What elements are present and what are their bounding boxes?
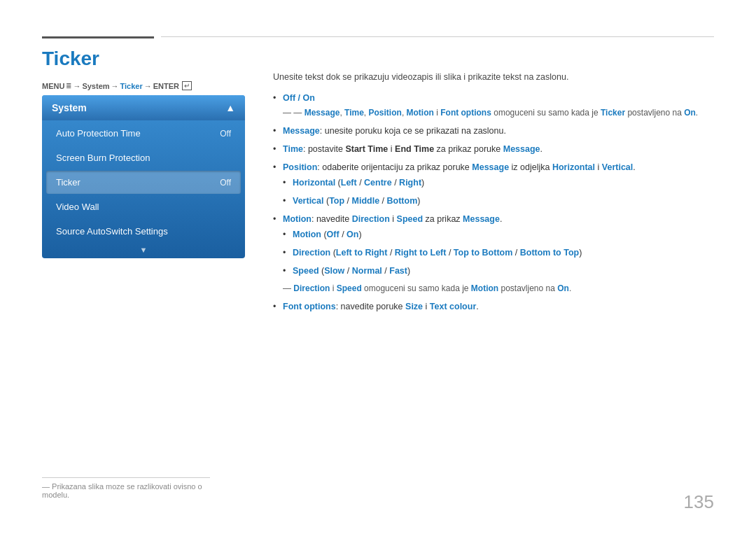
sidebar-header: System ▲	[42, 95, 245, 120]
position-horizontal-item: Horizontal (Left / Centre / Right)	[283, 176, 714, 190]
page-title: Ticker	[42, 48, 99, 70]
d-l2r: Left to Right	[336, 248, 388, 258]
position-vertical-ref: Vertical	[602, 162, 633, 172]
sidebar-menu: System ▲ Auto Protection Time Off Screen…	[42, 95, 245, 258]
motion-direction-ref: Direction	[352, 214, 390, 224]
sidebar-item-value: Off	[220, 129, 231, 139]
list-item-off-on: Off / On — Message, Time, Position, Moti…	[273, 91, 714, 120]
h-right: Right	[399, 178, 421, 188]
list-item-motion: Motion: navedite Direction i Speed za pr…	[273, 212, 714, 295]
content-list: Off / On — Message, Time, Position, Moti…	[273, 91, 714, 314]
sidebar-item-label: Video Wall	[56, 202, 99, 212]
top-line-right	[161, 36, 714, 37]
s-fast: Fast	[389, 266, 407, 276]
motion-note-speed: Speed	[337, 283, 362, 293]
off-on-note: — Message, Time, Position, Motion i Font…	[283, 106, 714, 120]
content-area: Unesite tekst dok se prikazuju videozapi…	[273, 70, 714, 318]
note-on: On	[684, 108, 696, 118]
position-sublist: Horizontal (Left / Centre / Right) Verti…	[283, 176, 714, 208]
sidebar-item-label: Auto Protection Time	[56, 128, 141, 139]
motion-note-motion: Motion	[471, 283, 498, 293]
motion-message-ref: Message	[463, 214, 500, 224]
time-label: Time	[283, 144, 303, 154]
font-size-ref: Size	[405, 302, 423, 311]
note-message: Message	[304, 108, 340, 118]
menu-icon: ≣	[66, 82, 71, 90]
sidebar-up-arrow: ▲	[225, 102, 235, 113]
s-slow: Slow	[324, 266, 344, 276]
horizontal-label: Horizontal	[293, 178, 335, 188]
sidebar-item-ticker[interactable]: Ticker Off	[46, 171, 241, 194]
motion-note-on: On	[557, 283, 569, 293]
menu-path: MENU ≣ → System → Ticker → ENTER ↵	[42, 81, 192, 90]
d-r2l: Right to Left	[395, 248, 447, 258]
direction-label: Direction	[293, 248, 330, 258]
note-time: Time	[344, 108, 364, 118]
list-item-position: Position: odaberite orijentaciju za prik…	[273, 160, 714, 208]
sidebar-item-value: Off	[220, 178, 231, 188]
v-bottom: Bottom	[387, 196, 418, 206]
font-options-label: Font options	[283, 302, 336, 311]
v-middle: Middle	[352, 196, 380, 206]
vertical-label: Vertical	[293, 196, 323, 206]
list-item-message: Message: unesite poruku koja ce se prika…	[273, 124, 714, 138]
end-time: End Time	[395, 144, 434, 154]
position-vertical-item: Vertical (Top / Middle / Bottom)	[283, 194, 714, 208]
motion-speed-item: Speed (Slow / Normal / Fast)	[283, 264, 714, 278]
menu-enter: ENTER	[153, 82, 179, 90]
sidebar-item-label: Source AutoSwitch Settings	[56, 226, 168, 237]
footnote: — Prikazana slika moze se razlikovati ov…	[42, 477, 210, 499]
sidebar-item-video-wall[interactable]: Video Wall	[46, 195, 241, 218]
start-time: Start Time	[345, 144, 388, 154]
off-on-label: Off / On	[283, 93, 315, 103]
position-horizontal-ref: Horizontal	[552, 162, 595, 172]
menu-system: System	[82, 82, 109, 90]
motion-note: — Direction i Speed omoguceni su samo ka…	[283, 282, 714, 295]
h-centre: Centre	[364, 178, 392, 188]
s-normal: Normal	[352, 266, 382, 276]
d-t2b: Top to Bottom	[454, 248, 512, 258]
list-item-time: Time: postavite Start Time i End Time za…	[273, 142, 714, 156]
h-left: Left	[341, 178, 357, 188]
motion-speed-ref: Speed	[397, 214, 424, 224]
font-text-colour-ref: Text colour	[430, 302, 476, 311]
motion-note-direction: Direction	[293, 283, 330, 293]
sidebar-item-screen-burn[interactable]: Screen Burn Protection	[46, 146, 241, 169]
m-on: On	[346, 230, 358, 239]
d-b2t: Bottom to Top	[520, 248, 579, 258]
motion-off-on-item: Motion (Off / On)	[283, 227, 714, 241]
sidebar-title: System	[52, 102, 87, 113]
sidebar-item-label: Screen Burn Protection	[56, 153, 150, 163]
position-message-ref: Message	[472, 162, 509, 172]
sidebar-item-auto-protection[interactable]: Auto Protection Time Off	[46, 122, 241, 145]
motion-sublist: Motion (Off / On) Direction (Left to Rig…	[283, 227, 714, 278]
note-font: Font options	[440, 108, 491, 118]
intro-text: Unesite tekst dok se prikazuju videozapi…	[273, 70, 714, 84]
enter-icon: ↵	[182, 81, 192, 90]
top-line-left	[42, 36, 154, 38]
message-label: Message	[283, 126, 320, 136]
note-motion: Motion	[407, 108, 434, 118]
sidebar-item-label: Ticker	[56, 177, 80, 188]
menu-ticker: Ticker	[120, 82, 143, 90]
position-label: Position	[283, 162, 317, 172]
page-number: 135	[684, 491, 714, 513]
list-item-font-options: Font options: navedite poruke Size i Tex…	[273, 300, 714, 314]
motion-main-label: Motion	[283, 214, 312, 224]
note-ticker: Ticker	[601, 108, 625, 118]
sidebar-item-source-autoswitch[interactable]: Source AutoSwitch Settings	[46, 220, 241, 243]
note-position: Position	[369, 108, 402, 118]
motion-label: Motion	[293, 230, 321, 239]
sidebar-down-arrow: ▼	[42, 244, 245, 254]
motion-direction-item: Direction (Left to Right / Right to Left…	[283, 246, 714, 260]
m-off: Off	[327, 230, 340, 239]
v-top: Top	[329, 196, 344, 206]
speed-label: Speed	[293, 266, 319, 276]
menu-label: MENU	[42, 82, 64, 90]
message-ref: Message	[503, 144, 540, 154]
